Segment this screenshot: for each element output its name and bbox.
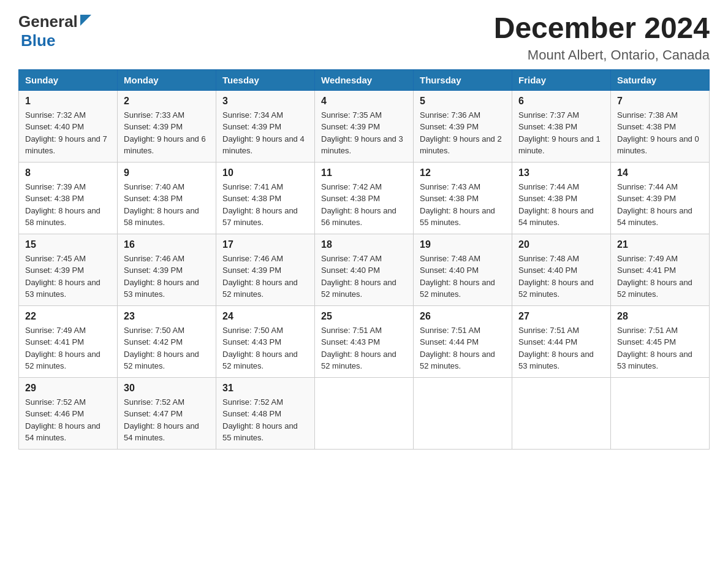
calendar-cell: 18 Sunrise: 7:47 AMSunset: 4:40 PMDaylig… (315, 234, 414, 305)
calendar-cell: 6 Sunrise: 7:37 AMSunset: 4:38 PMDayligh… (512, 90, 611, 162)
calendar-week-row: 1 Sunrise: 7:32 AMSunset: 4:40 PMDayligh… (19, 90, 710, 162)
calendar-cell: 25 Sunrise: 7:51 AMSunset: 4:43 PMDaylig… (315, 305, 414, 377)
calendar-week-row: 8 Sunrise: 7:39 AMSunset: 4:38 PMDayligh… (19, 162, 710, 234)
calendar-cell: 12 Sunrise: 7:43 AMSunset: 4:38 PMDaylig… (414, 162, 512, 234)
day-info: Sunrise: 7:52 AMSunset: 4:47 PMDaylight:… (124, 397, 199, 443)
calendar-cell: 9 Sunrise: 7:40 AMSunset: 4:38 PMDayligh… (118, 162, 216, 234)
calendar-cell: 28 Sunrise: 7:51 AMSunset: 4:45 PMDaylig… (611, 305, 710, 377)
day-info: Sunrise: 7:33 AMSunset: 4:39 PMDaylight:… (124, 110, 206, 156)
header-thursday: Thursday (414, 69, 512, 90)
day-number: 27 (518, 311, 604, 322)
calendar-cell: 26 Sunrise: 7:51 AMSunset: 4:44 PMDaylig… (414, 305, 512, 377)
day-info: Sunrise: 7:40 AMSunset: 4:38 PMDaylight:… (124, 182, 199, 228)
day-info: Sunrise: 7:44 AMSunset: 4:38 PMDaylight:… (518, 182, 594, 228)
day-number: 22 (25, 311, 111, 322)
day-number: 7 (617, 96, 703, 107)
logo: General Blue (18, 12, 91, 50)
day-number: 24 (222, 311, 308, 322)
calendar-cell: 20 Sunrise: 7:48 AMSunset: 4:40 PMDaylig… (512, 234, 611, 305)
calendar-cell: 16 Sunrise: 7:46 AMSunset: 4:39 PMDaylig… (118, 234, 216, 305)
day-info: Sunrise: 7:48 AMSunset: 4:40 PMDaylight:… (420, 254, 495, 299)
day-info: Sunrise: 7:41 AMSunset: 4:38 PMDaylight:… (222, 182, 298, 228)
calendar-cell: 31 Sunrise: 7:52 AMSunset: 4:48 PMDaylig… (216, 377, 315, 449)
day-number: 26 (420, 311, 506, 322)
day-number: 19 (420, 239, 506, 250)
day-number: 21 (617, 239, 703, 250)
header-saturday: Saturday (611, 69, 710, 90)
calendar-cell: 10 Sunrise: 7:41 AMSunset: 4:38 PMDaylig… (216, 162, 315, 234)
day-number: 25 (321, 311, 407, 322)
day-number: 29 (25, 383, 111, 394)
header-tuesday: Tuesday (216, 69, 315, 90)
calendar-cell: 14 Sunrise: 7:44 AMSunset: 4:39 PMDaylig… (611, 162, 710, 234)
day-info: Sunrise: 7:42 AMSunset: 4:38 PMDaylight:… (321, 182, 396, 228)
calendar-cell: 1 Sunrise: 7:32 AMSunset: 4:40 PMDayligh… (19, 90, 118, 162)
svg-marker-0 (80, 15, 91, 26)
day-number: 8 (25, 167, 111, 178)
day-number: 9 (124, 167, 210, 178)
calendar-cell: 4 Sunrise: 7:35 AMSunset: 4:39 PMDayligh… (315, 90, 414, 162)
location-title: Mount Albert, Ontario, Canada (494, 47, 710, 63)
calendar-cell: 24 Sunrise: 7:50 AMSunset: 4:43 PMDaylig… (216, 305, 315, 377)
day-number: 12 (420, 167, 506, 178)
day-info: Sunrise: 7:49 AMSunset: 4:41 PMDaylight:… (25, 326, 100, 371)
day-number: 23 (124, 311, 210, 322)
header-monday: Monday (118, 69, 216, 90)
day-info: Sunrise: 7:39 AMSunset: 4:38 PMDaylight:… (25, 182, 100, 228)
day-info: Sunrise: 7:51 AMSunset: 4:44 PMDaylight:… (518, 326, 594, 371)
title-block: December 2024 Mount Albert, Ontario, Can… (494, 12, 710, 63)
day-info: Sunrise: 7:46 AMSunset: 4:39 PMDaylight:… (222, 254, 298, 299)
day-info: Sunrise: 7:36 AMSunset: 4:39 PMDaylight:… (420, 110, 502, 156)
header-friday: Friday (512, 69, 611, 90)
day-info: Sunrise: 7:47 AMSunset: 4:40 PMDaylight:… (321, 254, 396, 299)
day-info: Sunrise: 7:51 AMSunset: 4:45 PMDaylight:… (617, 326, 692, 371)
day-number: 14 (617, 167, 703, 178)
calendar-cell: 8 Sunrise: 7:39 AMSunset: 4:38 PMDayligh… (19, 162, 118, 234)
day-info: Sunrise: 7:50 AMSunset: 4:42 PMDaylight:… (124, 326, 199, 371)
day-number: 10 (222, 167, 308, 178)
day-number: 4 (321, 96, 407, 107)
calendar-week-row: 15 Sunrise: 7:45 AMSunset: 4:39 PMDaylig… (19, 234, 710, 305)
logo-general-text: General (18, 12, 78, 31)
calendar-cell: 5 Sunrise: 7:36 AMSunset: 4:39 PMDayligh… (414, 90, 512, 162)
day-info: Sunrise: 7:49 AMSunset: 4:41 PMDaylight:… (617, 254, 692, 299)
calendar-cell: 23 Sunrise: 7:50 AMSunset: 4:42 PMDaylig… (118, 305, 216, 377)
page-header: General Blue December 2024 Mount Albert,… (18, 12, 710, 63)
calendar-cell: 7 Sunrise: 7:38 AMSunset: 4:38 PMDayligh… (611, 90, 710, 162)
calendar-week-row: 29 Sunrise: 7:52 AMSunset: 4:46 PMDaylig… (19, 377, 710, 449)
calendar-cell (512, 377, 611, 449)
calendar-cell: 30 Sunrise: 7:52 AMSunset: 4:47 PMDaylig… (118, 377, 216, 449)
calendar-cell: 2 Sunrise: 7:33 AMSunset: 4:39 PMDayligh… (118, 90, 216, 162)
day-info: Sunrise: 7:32 AMSunset: 4:40 PMDaylight:… (25, 110, 107, 156)
calendar-cell (611, 377, 710, 449)
day-info: Sunrise: 7:45 AMSunset: 4:39 PMDaylight:… (25, 254, 100, 299)
day-number: 28 (617, 311, 703, 322)
calendar-cell: 19 Sunrise: 7:48 AMSunset: 4:40 PMDaylig… (414, 234, 512, 305)
day-info: Sunrise: 7:48 AMSunset: 4:40 PMDaylight:… (518, 254, 594, 299)
day-number: 11 (321, 167, 407, 178)
calendar-cell (315, 377, 414, 449)
day-info: Sunrise: 7:51 AMSunset: 4:43 PMDaylight:… (321, 326, 396, 371)
day-number: 1 (25, 96, 111, 107)
logo-arrow-icon (80, 15, 91, 28)
day-info: Sunrise: 7:34 AMSunset: 4:39 PMDaylight:… (222, 110, 305, 156)
calendar-cell: 15 Sunrise: 7:45 AMSunset: 4:39 PMDaylig… (19, 234, 118, 305)
header-sunday: Sunday (19, 69, 118, 90)
calendar-cell: 21 Sunrise: 7:49 AMSunset: 4:41 PMDaylig… (611, 234, 710, 305)
day-number: 17 (222, 239, 308, 250)
day-number: 5 (420, 96, 506, 107)
calendar-cell: 13 Sunrise: 7:44 AMSunset: 4:38 PMDaylig… (512, 162, 611, 234)
calendar-week-row: 22 Sunrise: 7:49 AMSunset: 4:41 PMDaylig… (19, 305, 710, 377)
day-info: Sunrise: 7:46 AMSunset: 4:39 PMDaylight:… (124, 254, 199, 299)
calendar-cell: 17 Sunrise: 7:46 AMSunset: 4:39 PMDaylig… (216, 234, 315, 305)
day-number: 31 (222, 383, 308, 394)
day-number: 18 (321, 239, 407, 250)
calendar-cell: 11 Sunrise: 7:42 AMSunset: 4:38 PMDaylig… (315, 162, 414, 234)
day-info: Sunrise: 7:52 AMSunset: 4:46 PMDaylight:… (25, 397, 100, 443)
day-number: 3 (222, 96, 308, 107)
day-info: Sunrise: 7:50 AMSunset: 4:43 PMDaylight:… (222, 326, 298, 371)
day-number: 13 (518, 167, 604, 178)
day-info: Sunrise: 7:43 AMSunset: 4:38 PMDaylight:… (420, 182, 495, 228)
day-number: 6 (518, 96, 604, 107)
day-number: 2 (124, 96, 210, 107)
